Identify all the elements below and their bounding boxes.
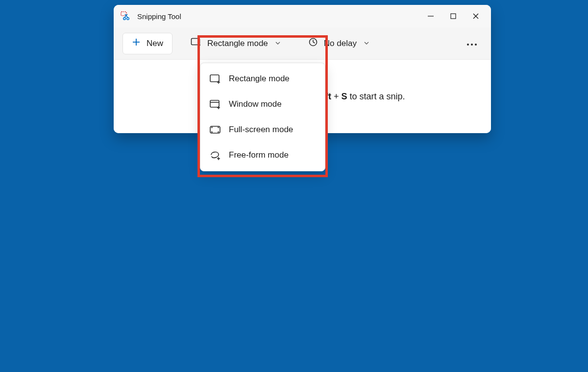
- mode-item-label: Window mode: [229, 99, 282, 109]
- minimize-button[interactable]: [419, 5, 442, 27]
- snipping-tool-icon: [121, 11, 130, 21]
- desktop: Snipping Tool: [0, 0, 588, 372]
- svg-rect-20: [210, 75, 219, 82]
- svg-point-1: [123, 18, 126, 20]
- rectangle-mode-icon: [191, 37, 201, 49]
- window-mode-icon: [209, 98, 221, 110]
- window-title: Snipping Tool: [137, 12, 181, 21]
- delay-dropdown[interactable]: No delay: [299, 33, 379, 54]
- titlebar: Snipping Tool: [114, 5, 491, 27]
- svg-rect-6: [451, 14, 456, 19]
- clock-icon: [308, 37, 318, 49]
- new-button-label: New: [147, 39, 163, 48]
- mode-item-fullscreen[interactable]: Full-screen mode: [200, 117, 325, 142]
- close-button[interactable]: [465, 5, 487, 27]
- chevron-down-icon: [364, 39, 369, 48]
- more-button[interactable]: [462, 33, 482, 54]
- mode-item-label: Full-screen mode: [229, 125, 293, 135]
- freeform-mode-icon: [209, 149, 221, 161]
- svg-line-16: [313, 42, 315, 43]
- svg-point-17: [467, 44, 469, 46]
- chevron-down-icon: [275, 39, 281, 48]
- mode-item-rectangle[interactable]: Rectangle mode: [200, 66, 325, 92]
- maximize-button[interactable]: [442, 5, 465, 27]
- plus-icon: [132, 38, 141, 49]
- svg-point-18: [471, 44, 473, 46]
- toolbar: New Rectangle mode: [114, 27, 491, 60]
- mode-item-freeform[interactable]: Free-form mode: [200, 142, 325, 168]
- rectangle-mode-icon: [209, 73, 221, 85]
- mode-menu: Rectangle mode Window mode: [200, 63, 325, 171]
- svg-rect-23: [210, 100, 219, 107]
- svg-rect-11: [192, 39, 200, 45]
- new-button[interactable]: New: [122, 33, 172, 54]
- mode-item-label: Rectangle mode: [229, 74, 290, 84]
- delay-dropdown-label: No delay: [324, 39, 357, 48]
- svg-point-2: [127, 18, 129, 20]
- mode-dropdown[interactable]: Rectangle mode: [181, 33, 290, 54]
- mode-item-window[interactable]: Window mode: [200, 92, 325, 117]
- svg-point-19: [475, 44, 477, 46]
- mode-dropdown-label: Rectangle mode: [207, 39, 268, 48]
- fullscreen-mode-icon: [209, 124, 221, 136]
- more-icon: [466, 39, 477, 48]
- mode-item-label: Free-form mode: [229, 150, 289, 160]
